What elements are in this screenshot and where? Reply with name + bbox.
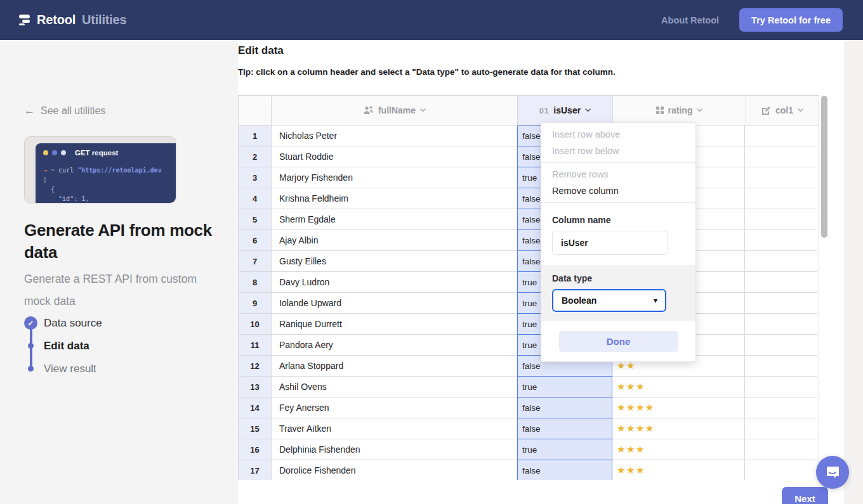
traffic-light-purple-icon (52, 150, 57, 155)
col1-cell[interactable] (745, 335, 817, 356)
column-header-fullname[interactable]: fullName (272, 96, 518, 125)
isuser-cell[interactable]: false (517, 397, 612, 418)
terminal-window: GET request → ~ curl "https://retoolapi.… (36, 143, 176, 203)
row-number-cell[interactable]: 8 (239, 272, 272, 293)
vertical-scrollbar-thumb[interactable] (821, 96, 827, 238)
step-data-source[interactable]: ✓ Data source (24, 316, 102, 330)
row-number-cell[interactable]: 3 (239, 167, 272, 188)
fullname-cell[interactable]: Fey Anersen (272, 397, 518, 418)
back-arrow-icon: ← (24, 105, 35, 117)
row-number-cell[interactable]: 2 (239, 146, 272, 167)
row-number-cell[interactable]: 9 (239, 293, 272, 314)
see-all-utilities-link[interactable]: ← See all utilities (24, 105, 105, 117)
menu-divider (541, 162, 695, 163)
menu-item-remove-column[interactable]: Remove column (541, 183, 695, 199)
col1-cell[interactable] (745, 460, 817, 480)
isuser-cell[interactable]: true (517, 377, 612, 397)
col1-cell[interactable] (745, 356, 817, 377)
fullname-cell[interactable]: Pandora Aery (272, 335, 518, 356)
table-row: 5Sherm Egdalefalse (239, 209, 819, 230)
row-number-cell[interactable]: 14 (239, 397, 272, 418)
isuser-cell[interactable]: false (517, 418, 612, 439)
rating-cell[interactable]: ★★★ (612, 460, 745, 480)
data-type-select[interactable]: Boolean ▾ (552, 289, 666, 312)
utility-subtitle: Generate a REST API from custom mock dat… (24, 268, 208, 313)
table-row: 12Arlana Stoppardfalse★★ (239, 356, 819, 377)
col1-cell[interactable] (745, 126, 817, 146)
row-number-cell[interactable]: 12 (239, 356, 272, 377)
next-button[interactable]: Next (782, 487, 828, 504)
col1-cell[interactable] (745, 209, 817, 230)
fullname-cell[interactable]: Krishna Feldheim (272, 188, 518, 209)
rating-cell[interactable]: ★★★★ (612, 397, 745, 418)
chat-bubble-icon (824, 464, 841, 481)
fullname-cell[interactable]: Davy Ludron (272, 272, 518, 293)
column-header-label: rating (668, 105, 693, 115)
isuser-cell[interactable]: false (517, 460, 612, 480)
row-number-cell[interactable]: 7 (239, 251, 272, 272)
rating-cell[interactable]: ★★★ (612, 439, 745, 460)
fullname-cell[interactable]: Traver Aitken (272, 418, 518, 439)
retool-logo[interactable]: Retool Utilities (19, 13, 126, 27)
fullname-cell[interactable]: Ajay Albin (272, 230, 518, 251)
fullname-cell[interactable]: Gusty Eilles (272, 251, 518, 272)
about-retool-link[interactable]: About Retool (661, 15, 719, 25)
step-view-result[interactable]: View result (24, 362, 102, 375)
page-background-band (844, 40, 863, 504)
grid-icon (656, 107, 664, 114)
done-button[interactable]: Done (559, 331, 678, 352)
row-number-cell[interactable]: 10 (239, 314, 272, 335)
step-dot-icon (24, 339, 37, 352)
column-header-rating[interactable]: rating (613, 96, 746, 125)
column-header-isuser[interactable]: 01 isUser (518, 96, 613, 125)
fullname-cell[interactable]: Ranique Durrett (272, 314, 518, 335)
fullname-cell[interactable]: Delphinia Fishenden (272, 439, 518, 460)
fullname-cell[interactable]: Sherm Egdale (272, 209, 518, 230)
column-header-col1[interactable]: col1 (746, 96, 819, 125)
fullname-cell[interactable]: Arlana Stoppard (272, 356, 518, 377)
row-number-cell[interactable]: 13 (239, 377, 272, 397)
row-number-cell[interactable]: 5 (239, 209, 272, 230)
rating-cell[interactable]: ★★★ (612, 377, 745, 397)
brand-suffix: Utilities (82, 13, 126, 27)
fullname-cell[interactable]: Marjory Fishenden (272, 167, 518, 188)
try-retool-button[interactable]: Try Retool for free (739, 8, 843, 32)
col1-cell[interactable] (745, 314, 817, 335)
row-number-cell[interactable]: 1 (239, 126, 272, 146)
rating-cell[interactable]: ★★★★ (612, 418, 745, 439)
col1-cell[interactable] (745, 167, 817, 188)
isuser-cell[interactable]: true (517, 439, 612, 460)
column-settings-popup: Insert row aboveInsert row belowRemove r… (541, 122, 696, 362)
fullname-cell[interactable]: Iolande Upward (272, 293, 518, 314)
column-name-input[interactable] (552, 231, 668, 255)
row-number-cell[interactable]: 4 (239, 188, 272, 209)
fullname-cell[interactable]: Dorolice Fishenden (272, 460, 518, 480)
row-number-cell[interactable]: 15 (239, 418, 272, 439)
row-number-cell[interactable]: 11 (239, 335, 272, 356)
fullname-cell[interactable]: Stuart Roddie (272, 146, 518, 167)
page-title: Edit data (238, 44, 284, 57)
table-row: 11Pandora Aerytrue★★★★ (239, 335, 819, 356)
fullname-cell[interactable]: Ashil Ovens (272, 377, 518, 397)
edit-pencil-icon (761, 106, 771, 115)
chat-widget-button[interactable] (816, 456, 849, 489)
row-number-cell[interactable]: 16 (239, 439, 272, 460)
row-number-cell[interactable]: 17 (239, 460, 272, 480)
col1-cell[interactable] (745, 439, 817, 460)
row-number-header (239, 96, 272, 125)
col1-cell[interactable] (745, 377, 817, 397)
step-edit-data[interactable]: Edit data (24, 339, 102, 352)
col1-cell[interactable] (745, 397, 817, 418)
row-number-cell[interactable]: 6 (239, 230, 272, 251)
people-icon (363, 106, 374, 115)
col1-cell[interactable] (745, 188, 817, 209)
col1-cell[interactable] (745, 418, 817, 439)
col1-cell[interactable] (745, 251, 817, 272)
col1-cell[interactable] (745, 146, 817, 167)
col1-cell[interactable] (745, 230, 817, 251)
fullname-cell[interactable]: Nicholas Peter (272, 126, 518, 146)
step-dot-icon (24, 362, 37, 375)
terminal-preview-card: GET request → ~ curl "https://retoolapi.… (24, 136, 176, 204)
col1-cell[interactable] (745, 293, 817, 314)
col1-cell[interactable] (745, 272, 817, 293)
